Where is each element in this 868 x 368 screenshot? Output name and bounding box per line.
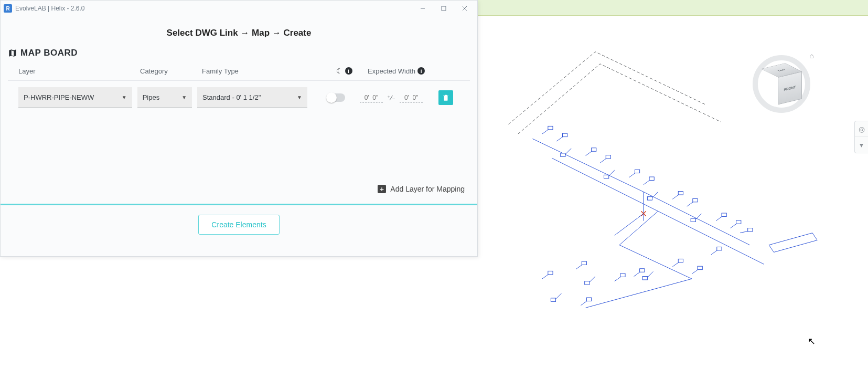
step-header: Select DWG Link → Map → Create xyxy=(1,16,477,46)
svg-rect-45 xyxy=(551,298,555,301)
svg-line-16 xyxy=(652,192,658,198)
svg-line-42 xyxy=(692,269,699,274)
col-family-type: Family Type xyxy=(202,67,320,75)
svg-line-10 xyxy=(609,170,615,176)
col-category: Category xyxy=(140,67,202,75)
svg-line-38 xyxy=(647,271,653,277)
family-type-select[interactable]: Standard - 0' 1 1/2"▼ xyxy=(197,87,307,108)
svg-line-8 xyxy=(600,158,607,163)
svg-line-44 xyxy=(556,293,562,299)
minimize-button[interactable] xyxy=(412,1,433,16)
info-icon[interactable]: i xyxy=(345,67,352,75)
svg-rect-35 xyxy=(620,274,625,277)
svg-line-2 xyxy=(556,136,563,141)
svg-rect-11 xyxy=(604,175,609,178)
chevron-down-icon: ▼ xyxy=(297,94,302,100)
moon-icon: ☾ xyxy=(336,67,343,75)
maximize-button[interactable] xyxy=(433,1,454,16)
svg-rect-43 xyxy=(698,266,702,269)
col-layer: Layer xyxy=(18,67,140,75)
column-headers: Layer Category Family Type ☾ i Expected … xyxy=(1,67,477,80)
viewcube[interactable]: TOP FRONT RIGHT ⌂ xyxy=(750,52,813,115)
svg-line-54 xyxy=(615,214,644,235)
svg-line-32 xyxy=(590,277,595,282)
info-icon[interactable]: i xyxy=(417,67,425,75)
svg-rect-31 xyxy=(582,261,586,265)
window-title: EvolveLAB | Helix - 2.6.0 xyxy=(15,5,412,12)
svg-rect-19 xyxy=(678,192,683,195)
svg-rect-27 xyxy=(736,220,741,224)
create-elements-button[interactable]: Create Elements xyxy=(198,215,279,235)
trash-icon xyxy=(442,94,449,101)
svg-rect-41 xyxy=(678,259,683,262)
nav-toggle-icon[interactable]: ▾ xyxy=(855,137,868,153)
svg-rect-1 xyxy=(548,126,553,129)
mouse-cursor-icon: ↖ xyxy=(808,335,816,347)
svg-rect-9 xyxy=(606,155,610,159)
svg-rect-57 xyxy=(442,6,446,10)
svg-rect-23 xyxy=(691,218,695,222)
svg-rect-37 xyxy=(640,269,645,272)
svg-rect-17 xyxy=(647,197,652,200)
window-titlebar[interactable]: R EvolveLAB | Helix - 2.6.0 xyxy=(1,1,477,16)
map-board-title: MAP BOARD xyxy=(1,46,477,67)
category-select[interactable]: Pipes▼ xyxy=(137,87,192,108)
svg-rect-7 xyxy=(592,148,596,151)
svg-rect-29 xyxy=(748,228,753,232)
mapping-row: P-HWRR-PIPE-NEWW▼ Pipes▼ Standard - 0' 1… xyxy=(1,81,477,113)
map-icon xyxy=(8,48,17,58)
svg-marker-55 xyxy=(769,233,817,253)
expected-width-max[interactable] xyxy=(400,93,423,103)
helix-dialog: R EvolveLAB | Helix - 2.6.0 Select DWG L… xyxy=(0,0,478,257)
plus-minus-icon: ⁺∕₋ xyxy=(387,94,395,102)
row-toggle[interactable] xyxy=(327,93,345,102)
viewcube-front-face[interactable]: FRONT xyxy=(778,71,802,105)
app-icon: R xyxy=(4,4,12,13)
chevron-down-icon: ▼ xyxy=(122,94,127,100)
svg-rect-39 xyxy=(642,277,647,280)
svg-line-4 xyxy=(565,149,571,154)
svg-line-12 xyxy=(629,173,636,177)
col-expected-width: Expected Width i xyxy=(368,67,446,75)
svg-line-48 xyxy=(542,274,549,279)
navigation-bar[interactable]: ◎ ▾ xyxy=(854,121,868,153)
viewcube-home-icon[interactable]: ⌂ xyxy=(810,51,814,60)
svg-line-22 xyxy=(695,214,701,219)
svg-rect-47 xyxy=(586,298,591,301)
svg-rect-33 xyxy=(585,281,590,285)
svg-rect-49 xyxy=(548,271,553,274)
col-dark-toggle: ☾ i xyxy=(320,67,368,75)
delete-row-button[interactable] xyxy=(438,90,453,105)
chevron-down-icon: ▼ xyxy=(181,94,187,100)
model-canvas[interactable]: TOP FRONT RIGHT ⌂ ◎ ▾ ↖ xyxy=(478,16,868,368)
svg-rect-3 xyxy=(562,133,567,136)
steering-wheel-icon[interactable]: ◎ xyxy=(855,121,868,137)
close-button[interactable] xyxy=(454,1,475,16)
add-layer-button[interactable]: ＋ Add Layer for Mapping xyxy=(1,182,477,198)
svg-rect-51 xyxy=(717,247,722,250)
expected-width-min[interactable] xyxy=(360,93,383,103)
svg-rect-15 xyxy=(649,177,654,180)
plus-icon: ＋ xyxy=(378,185,386,193)
svg-line-28 xyxy=(740,231,749,233)
svg-rect-5 xyxy=(561,153,565,156)
svg-rect-25 xyxy=(722,213,726,216)
layer-select[interactable]: P-HWRR-PIPE-NEWW▼ xyxy=(18,87,132,108)
svg-rect-21 xyxy=(693,198,698,202)
svg-rect-13 xyxy=(635,170,639,173)
